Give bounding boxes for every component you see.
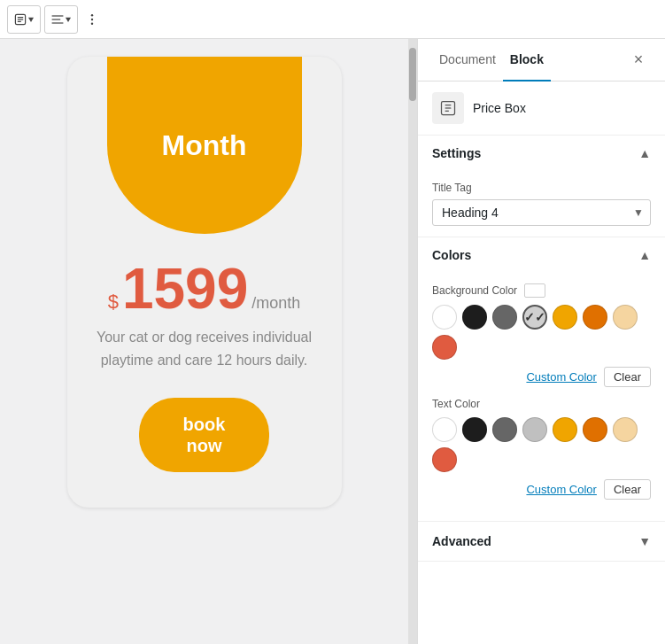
price-per-period: /month bbox=[251, 294, 300, 313]
advanced-section: Advanced ▼ bbox=[418, 522, 665, 562]
price-book-button[interactable]: booknow bbox=[139, 398, 270, 472]
price-description: Your cat or dog receives individual play… bbox=[67, 326, 342, 371]
background-color-swatch-preview bbox=[524, 283, 545, 298]
text-color-group: Text Color Custom Color Clea bbox=[432, 398, 651, 500]
sidebar-close-button[interactable]: × bbox=[626, 48, 651, 73]
text-custom-color-button[interactable]: Custom Color bbox=[526, 483, 596, 496]
price-card: Month $ 1599 /month Your cat or dog rece… bbox=[67, 57, 342, 508]
advanced-section-header[interactable]: Advanced ▼ bbox=[418, 522, 665, 561]
bg-color-black[interactable] bbox=[462, 305, 487, 330]
text-color-amber[interactable] bbox=[553, 417, 577, 442]
block-tools-button[interactable] bbox=[7, 5, 41, 34]
bg-color-light-gray[interactable]: ✓ bbox=[522, 305, 547, 330]
background-color-label: Background Color bbox=[432, 283, 651, 298]
settings-section-title: Settings bbox=[432, 146, 481, 160]
bg-color-amber[interactable] bbox=[553, 305, 577, 330]
canvas: Month $ 1599 /month Your cat or dog rece… bbox=[0, 39, 408, 644]
text-color-actions: Custom Color Clear bbox=[432, 479, 651, 500]
colors-section-title: Colors bbox=[432, 248, 471, 262]
alignment-icon bbox=[50, 12, 65, 27]
canvas-scroll-thumb[interactable] bbox=[409, 48, 416, 101]
sidebar-tabs: Document Block × bbox=[418, 39, 665, 81]
toolbar bbox=[0, 0, 665, 39]
colors-content: Background Color ✓ bbox=[418, 273, 665, 521]
alignment-button[interactable] bbox=[44, 5, 78, 34]
bg-color-white[interactable] bbox=[432, 305, 457, 330]
text-color-swatches bbox=[432, 417, 651, 472]
price-dollar: $ bbox=[108, 291, 119, 314]
title-tag-select-wrapper: Heading 1 Heading 2 Heading 3 Heading 4 … bbox=[432, 199, 651, 226]
sidebar-panel: Document Block × Price Box Settings bbox=[417, 39, 665, 644]
checkmark-icon: ✓ bbox=[524, 310, 535, 324]
bg-color-gray[interactable] bbox=[492, 305, 517, 330]
price-box-icon bbox=[439, 99, 457, 117]
advanced-section-title: Advanced bbox=[432, 534, 491, 548]
text-color-light-gray[interactable] bbox=[522, 417, 547, 442]
price-amount: $ 1599 /month bbox=[108, 260, 301, 317]
svg-point-10 bbox=[91, 18, 93, 19]
text-color-label: Text Color bbox=[432, 398, 651, 410]
text-color-gray[interactable] bbox=[492, 417, 517, 442]
price-number: 1599 bbox=[122, 260, 248, 317]
bg-clear-button[interactable]: Clear bbox=[604, 367, 651, 387]
block-header: Price Box bbox=[418, 81, 665, 136]
tab-block[interactable]: Block bbox=[503, 40, 551, 81]
background-color-actions: Custom Color Clear bbox=[432, 367, 651, 387]
bg-color-peach[interactable] bbox=[613, 305, 638, 330]
settings-chevron-icon: ▲ bbox=[638, 146, 651, 160]
block-title: Price Box bbox=[473, 101, 526, 115]
svg-point-9 bbox=[91, 14, 93, 16]
settings-content: Title Tag Heading 1 Heading 2 Heading 3 … bbox=[418, 171, 665, 237]
settings-section-header[interactable]: Settings ▲ bbox=[418, 136, 665, 171]
bg-color-red[interactable] bbox=[432, 335, 457, 360]
advanced-chevron-icon: ▼ bbox=[638, 534, 651, 548]
more-options-button[interactable] bbox=[81, 5, 103, 34]
price-card-circle: Month bbox=[107, 57, 302, 234]
dropdown-arrow2-icon bbox=[65, 14, 72, 25]
bg-color-orange[interactable] bbox=[583, 305, 607, 330]
text-clear-button[interactable]: Clear bbox=[604, 479, 651, 500]
tab-document[interactable]: Document bbox=[432, 40, 503, 81]
background-color-swatches: ✓ bbox=[432, 305, 651, 360]
background-color-group: Background Color ✓ bbox=[432, 283, 651, 387]
block-icon bbox=[432, 92, 464, 124]
title-tag-select[interactable]: Heading 1 Heading 2 Heading 3 Heading 4 … bbox=[432, 199, 651, 226]
canvas-scrollbar[interactable] bbox=[408, 39, 417, 644]
price-card-header: Month bbox=[67, 57, 342, 234]
settings-section: Settings ▲ Title Tag Heading 1 Heading 2… bbox=[418, 136, 665, 237]
main-area: Month $ 1599 /month Your cat or dog rece… bbox=[0, 39, 665, 644]
price-tag-icon bbox=[13, 12, 27, 27]
title-tag-label: Title Tag bbox=[432, 182, 651, 194]
colors-section-header[interactable]: Colors ▲ bbox=[418, 237, 665, 273]
text-color-red[interactable] bbox=[432, 447, 457, 472]
svg-point-11 bbox=[91, 22, 93, 24]
dots-icon bbox=[85, 12, 99, 27]
svg-marker-8 bbox=[66, 17, 71, 21]
dropdown-arrow-icon bbox=[27, 14, 35, 25]
price-period-label: Month bbox=[162, 129, 247, 162]
text-color-black[interactable] bbox=[462, 417, 487, 442]
text-color-orange[interactable] bbox=[583, 417, 607, 442]
text-color-white[interactable] bbox=[432, 417, 457, 442]
bg-custom-color-button[interactable]: Custom Color bbox=[526, 370, 596, 384]
svg-marker-4 bbox=[28, 17, 34, 21]
colors-chevron-icon: ▲ bbox=[638, 248, 651, 262]
text-color-peach[interactable] bbox=[613, 417, 638, 442]
colors-section: Colors ▲ Background Color ✓ bbox=[418, 237, 665, 522]
